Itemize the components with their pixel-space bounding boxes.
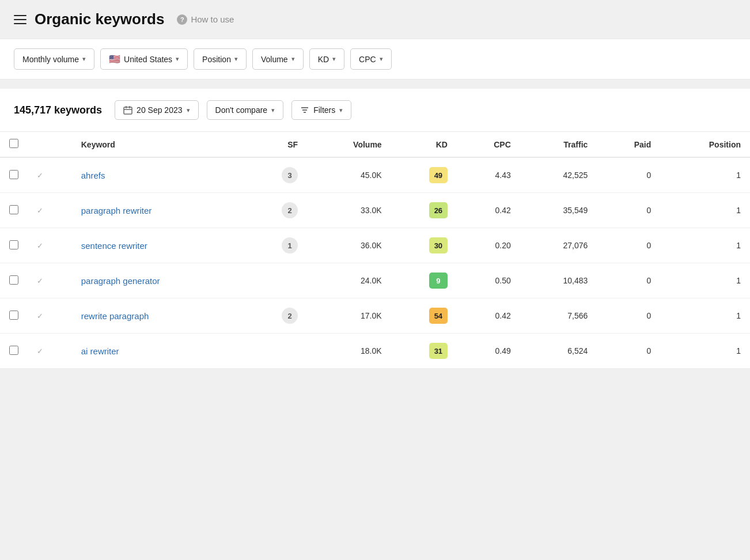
kd-cell: 31	[391, 334, 457, 369]
row-checkbox-cell[interactable]	[0, 228, 28, 263]
row-checkbox-cell[interactable]	[0, 298, 28, 334]
kd-badge: 49	[429, 167, 448, 183]
kd-badge: 26	[429, 202, 448, 218]
traffic-cell: 7,566	[520, 298, 597, 334]
filters-button[interactable]: Filters ▾	[291, 100, 351, 120]
traffic-cell: 42,525	[520, 157, 597, 193]
page-header: Organic keywords ? How to use	[0, 0, 750, 39]
toolbar: 145,717 keywords 20 Sep 2023 ▾ Don't com…	[0, 89, 750, 132]
th-keyword: Keyword	[72, 132, 245, 157]
filters-bar: Monthly volume ▾ 🇺🇸 United States ▾ Posi…	[0, 39, 750, 80]
position-label: Position	[202, 55, 231, 64]
keyword-link[interactable]: ahrefs	[81, 171, 105, 180]
chevron-down-icon: ▾	[332, 55, 336, 63]
sf-badge: 1	[282, 237, 298, 253]
position-cell: 1	[660, 298, 750, 334]
chevron-down-icon: ▾	[291, 55, 295, 63]
keywords-table: Keyword SF Volume KD CPC Traffic Paid Po…	[0, 132, 750, 369]
menu-icon[interactable]	[14, 15, 26, 24]
cpc-cell: 0.42	[457, 193, 520, 228]
row-checkbox[interactable]	[9, 205, 18, 214]
keyword-link[interactable]: rewrite paragraph	[81, 311, 149, 321]
check-icon: ✓	[37, 206, 43, 215]
th-sf: SF	[245, 132, 307, 157]
volume-filter[interactable]: Volume ▾	[252, 48, 304, 70]
row-checkbox-cell[interactable]	[0, 334, 28, 369]
position-filter[interactable]: Position ▾	[194, 48, 247, 70]
row-checkbox[interactable]	[9, 170, 18, 179]
chevron-down-icon: ▾	[339, 107, 343, 114]
th-cpc: CPC	[457, 132, 520, 157]
paid-cell: 0	[597, 298, 660, 334]
cpc-filter[interactable]: CPC ▾	[350, 48, 392, 70]
keyword-cell[interactable]: sentence rewriter	[72, 228, 245, 263]
table-row: ✓sentence rewriter136.0K300.2027,07601	[0, 228, 750, 263]
row-checkbox-cell[interactable]	[0, 263, 28, 298]
country-filter[interactable]: 🇺🇸 United States ▾	[100, 48, 188, 70]
check-icon: ✓	[37, 277, 43, 285]
check-icon: ✓	[37, 347, 43, 355]
table-row: ✓ahrefs345.0K494.4342,52501	[0, 157, 750, 193]
th-paid: Paid	[597, 132, 660, 157]
paid-cell: 0	[597, 157, 660, 193]
row-checkbox[interactable]	[9, 275, 18, 285]
volume-cell: 17.0K	[307, 298, 391, 334]
row-check-mark: ✓	[28, 193, 72, 228]
sf-cell	[245, 263, 307, 298]
paid-cell: 0	[597, 334, 660, 369]
row-checkbox-cell[interactable]	[0, 193, 28, 228]
sf-badge: 3	[282, 167, 298, 183]
position-cell: 1	[660, 263, 750, 298]
kd-filter[interactable]: KD ▾	[309, 48, 344, 70]
page-title: Organic keywords	[35, 10, 164, 28]
row-check-mark: ✓	[28, 157, 72, 193]
country-label: United States	[124, 55, 172, 64]
row-check-mark: ✓	[28, 263, 72, 298]
paid-cell: 0	[597, 193, 660, 228]
keyword-link[interactable]: paragraph rewriter	[81, 206, 152, 215]
cpc-cell: 0.50	[457, 263, 520, 298]
volume-cell: 18.0K	[307, 334, 391, 369]
keyword-cell[interactable]: rewrite paragraph	[72, 298, 245, 334]
keyword-link[interactable]: ai rewriter	[81, 346, 119, 356]
kd-label: KD	[318, 55, 329, 64]
chevron-down-icon: ▾	[176, 55, 179, 63]
keyword-cell[interactable]: paragraph generator	[72, 263, 245, 298]
row-checkbox[interactable]	[9, 346, 18, 355]
row-check-mark: ✓	[28, 228, 72, 263]
keyword-link[interactable]: paragraph generator	[81, 276, 160, 286]
traffic-cell: 27,076	[520, 228, 597, 263]
compare-label: Don't compare	[215, 105, 268, 115]
paid-cell: 0	[597, 228, 660, 263]
how-to-use-button[interactable]: ? How to use	[172, 12, 238, 27]
kd-badge: 31	[429, 343, 448, 359]
check-icon: ✓	[37, 171, 43, 180]
monthly-volume-filter[interactable]: Monthly volume ▾	[14, 48, 94, 70]
chevron-down-icon: ▾	[82, 55, 86, 63]
row-checkbox-cell[interactable]	[0, 157, 28, 193]
chevron-down-icon: ▾	[271, 107, 275, 114]
kd-cell: 54	[391, 298, 457, 334]
keyword-cell[interactable]: ai rewriter	[72, 334, 245, 369]
row-checkbox[interactable]	[9, 311, 18, 320]
select-all-header[interactable]	[0, 132, 28, 157]
table-row: ✓ai rewriter18.0K310.496,52401	[0, 334, 750, 369]
compare-button[interactable]: Don't compare ▾	[207, 100, 284, 120]
chevron-down-icon: ▾	[380, 55, 383, 63]
date-picker-button[interactable]: 20 Sep 2023 ▾	[115, 100, 198, 120]
traffic-cell: 10,483	[520, 263, 597, 298]
keyword-cell[interactable]: paragraph rewriter	[72, 193, 245, 228]
sf-badge: 2	[282, 308, 298, 324]
keyword-cell[interactable]: ahrefs	[72, 157, 245, 193]
volume-label: Volume	[261, 55, 288, 64]
date-label: 20 Sep 2023	[137, 105, 182, 115]
kd-cell: 26	[391, 193, 457, 228]
table-row: ✓rewrite paragraph217.0K540.427,56601	[0, 298, 750, 334]
volume-cell: 45.0K	[307, 157, 391, 193]
content-section: 145,717 keywords 20 Sep 2023 ▾ Don't com…	[0, 89, 750, 369]
volume-cell: 36.0K	[307, 228, 391, 263]
select-all-checkbox[interactable]	[9, 139, 18, 148]
row-checkbox[interactable]	[9, 240, 18, 249]
keyword-link[interactable]: sentence rewriter	[81, 241, 147, 251]
table-row: ✓paragraph generator24.0K90.5010,48301	[0, 263, 750, 298]
